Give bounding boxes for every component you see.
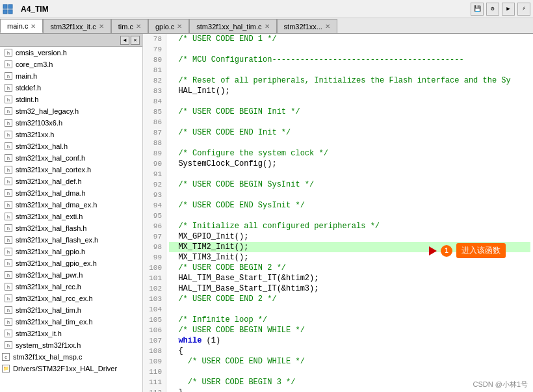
sidebar-item[interactable]: h stm32f1xx_hal_tim.h	[0, 304, 142, 316]
sidebar-item[interactable]: h stm32f1xx_hal_rcc_ex.h	[0, 293, 142, 304]
sidebar-folder-item[interactable]: 📁 Drivers/STM32F1xx_HAL_Driver	[0, 363, 142, 374]
code-line[interactable]	[169, 367, 530, 377]
sidebar-item[interactable]: h stm32f1xx.h	[0, 129, 142, 140]
tab-gpio-c[interactable]: gpio.c ✕	[148, 19, 189, 33]
header-file-icon: h	[5, 259, 12, 267]
code-line[interactable]: /* USER CODE BEGIN SysInit */	[169, 179, 530, 190]
code-line[interactable]: /* Infinite loop */	[169, 315, 530, 325]
file-icon: h	[4, 118, 13, 127]
code-line[interactable]: /* USER CODE END Init */	[169, 127, 530, 138]
code-line[interactable]: /* USER CODE END SysInit */	[169, 200, 530, 211]
header-file-icon: h	[5, 84, 12, 92]
sidebar-item[interactable]: h stm32f1xx_hal_tim_ex.h	[0, 316, 142, 328]
file-icon: h	[4, 317, 13, 326]
tab-tim-c[interactable]: tim.c ✕	[111, 19, 148, 33]
tab-label: tim.c	[118, 23, 133, 31]
code-line[interactable]	[169, 304, 530, 315]
settings-button[interactable]: ⚡	[517, 3, 530, 16]
file-name: stm32f1xx_hal_conf.h	[16, 154, 85, 162]
code-line[interactable]: HAL_TIM_Base_Start_IT(&htim2);	[169, 273, 530, 283]
collapse-button[interactable]: ◀	[120, 36, 129, 45]
header-file-icon: h	[5, 131, 12, 138]
tab-close-icon[interactable]: ✕	[99, 23, 104, 30]
tab-close-icon[interactable]: ✕	[31, 23, 36, 30]
sidebar-item[interactable]: h stm32f1xx_hal_exti.h	[0, 211, 142, 222]
code-line[interactable]: SystemClock_Config();	[169, 159, 530, 169]
build-button[interactable]: ⚙	[486, 3, 499, 16]
debug-button[interactable]: ▶	[502, 3, 515, 16]
sidebar-item[interactable]: h stm32f1xx_hal_flash.h	[0, 222, 142, 234]
sidebar-item[interactable]: h stm32f1xx_hal_dma_ex.h	[0, 199, 142, 211]
code-line[interactable]	[169, 44, 530, 55]
code-line[interactable]: /* Initialize all configured peripherals…	[169, 221, 530, 231]
code-line[interactable]	[169, 138, 530, 148]
sidebar-item[interactable]: h stm32f1xx_hal.h	[0, 140, 142, 152]
file-name: stddef.h	[16, 84, 41, 92]
line-number: 79	[147, 44, 162, 55]
header-file-icon: h	[5, 142, 12, 150]
code-area[interactable]: 7879808182838485868788899091929394959697…	[143, 34, 533, 392]
line-number: 94	[147, 200, 162, 211]
tab-stm32f1xx-hal-tim-c[interactable]: stm32f1xx_hal_tim.c ✕	[189, 19, 276, 33]
sidebar-item[interactable]: h system_stm32f1xx.h	[0, 339, 142, 351]
sidebar-item[interactable]: h stm32f1xx_hal_conf.h	[0, 152, 142, 164]
line-number: 91	[147, 169, 162, 179]
line-number: 93	[147, 190, 162, 200]
code-line[interactable]: /* USER CODE BEGIN Init */	[169, 107, 530, 117]
code-line[interactable]: /* Configure the system clock */	[169, 148, 530, 159]
code-line[interactable]: /* USER CODE END WHILE */	[169, 356, 530, 367]
code-line[interactable]	[169, 65, 530, 75]
sidebar-item[interactable]: h stm32f1xx_hal_gpio.h	[0, 246, 142, 257]
code-line[interactable]	[169, 169, 530, 179]
code-line[interactable]: /* USER CODE END 1 */	[169, 34, 530, 44]
sidebar-item[interactable]: h stdint.h	[0, 94, 142, 105]
sidebar-item[interactable]: h cmsis_version.h	[0, 47, 142, 59]
sidebar-item[interactable]: h stm32_hal_legacy.h	[0, 105, 142, 117]
sidebar-item[interactable]: h stm32f1xx_hal_rcc.h	[0, 281, 142, 293]
editor-wrapper: 7879808182838485868788899091929394959697…	[143, 34, 533, 392]
tab-stm32f1xx-it-c[interactable]: stm32f1xx_it.c ✕	[43, 19, 110, 33]
code-line[interactable]	[169, 117, 530, 127]
code-line[interactable]: {	[169, 346, 530, 356]
code-line[interactable]: /* USER CODE END 2 */	[169, 294, 530, 304]
file-icon: h	[4, 60, 13, 69]
code-line[interactable]	[169, 96, 530, 107]
sidebar-item[interactable]: h stddef.h	[0, 82, 142, 94]
sidebar-folder-item[interactable]: c stm32f1xx_hal_msp.c	[0, 351, 142, 363]
file-icon: h	[4, 72, 13, 81]
save-button[interactable]: 💾	[471, 3, 484, 16]
code-lines[interactable]: /* USER CODE END 1 */ /* MCU Configurati…	[166, 34, 533, 392]
sidebar-item[interactable]: h stm32f1xx_hal_cortex.h	[0, 164, 142, 176]
sidebar-item[interactable]: h stm32f1xx_hal_dma.h	[0, 187, 142, 199]
file-name: stm32f1xx_hal_rcc.h	[16, 283, 81, 291]
code-line[interactable]: MX_GPIO_Init();	[169, 231, 530, 242]
sidebar-item[interactable]: h core_cm3.h	[0, 59, 142, 70]
file-name: stm32f1xx_hal_tim_ex.h	[16, 318, 93, 326]
code-line[interactable]: /* USER CODE BEGIN 2 */	[169, 263, 530, 273]
code-line[interactable]: /* USER CODE BEGIN WHILE */	[169, 325, 530, 335]
tab-main-c[interactable]: main.c ✕	[0, 19, 43, 33]
sidebar-item[interactable]: h stm32f1xx_hal_gpio_ex.h	[0, 257, 142, 269]
file-name: stm32f1xx_hal_def.h	[16, 177, 82, 185]
tab-close-icon[interactable]: ✕	[177, 23, 182, 30]
close-sidebar-button[interactable]: ✕	[131, 36, 140, 45]
sidebar-item[interactable]: h stm32f1xx_hal_pwr.h	[0, 269, 142, 281]
file-icon: h	[4, 48, 13, 57]
sidebar-item[interactable]: h stm32f103x6.h	[0, 117, 142, 129]
code-line[interactable]	[169, 211, 530, 221]
tab-close-icon[interactable]: ✕	[136, 23, 141, 30]
sidebar-item[interactable]: h main.h	[0, 70, 142, 82]
code-line[interactable]: /* Reset of all peripherals, Initializes…	[169, 75, 530, 86]
code-line[interactable]: HAL_TIM_Base_Start_IT(&htim3);	[169, 283, 530, 294]
tab-stm32f1xx-extra[interactable]: stm32f1xx... ✕	[277, 19, 337, 33]
code-line[interactable]: /* MCU Configuration--------------------…	[169, 55, 530, 65]
code-line[interactable]: while (1)	[169, 335, 530, 346]
tab-close-icon[interactable]: ✕	[265, 23, 270, 30]
tab-close-icon[interactable]: ✕	[325, 23, 330, 30]
file-icon: h	[4, 235, 13, 244]
code-line[interactable]: HAL_Init();	[169, 86, 530, 96]
sidebar-item[interactable]: h stm32f1xx_hal_flash_ex.h	[0, 234, 142, 246]
sidebar-item[interactable]: h stm32f1xx_hal_def.h	[0, 176, 142, 187]
code-line[interactable]	[169, 190, 530, 200]
sidebar-item[interactable]: h stm32f1xx_it.h	[0, 328, 142, 339]
